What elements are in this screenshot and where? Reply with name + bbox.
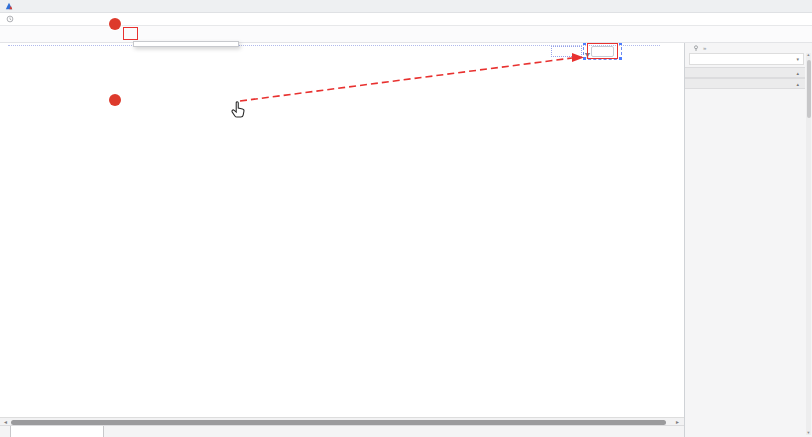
horizontal-scrollbar[interactable]: ◄ ► [0, 417, 684, 425]
chevron-down-icon: ▾ [796, 56, 799, 62]
insert-control-menu [133, 41, 239, 47]
net-income-bar-line-chart [33, 81, 237, 139]
browser-url-bar [0, 13, 812, 26]
app-logo-icon [5, 2, 13, 10]
hand-cursor-icon [230, 101, 247, 119]
designer-toolbar [0, 26, 812, 43]
chevron-up-icon: ▴ [796, 70, 799, 76]
scroll-down-arrow[interactable]: ▼ [806, 431, 811, 435]
scrollbar-thumb[interactable] [11, 420, 666, 425]
revenue-stacked-bar-chart [247, 81, 403, 145]
design-canvas [0, 43, 684, 417]
page-icon [6, 15, 14, 23]
tab-form1[interactable] [10, 426, 104, 437]
panel-header[interactable]: ▾ [689, 53, 804, 65]
panel-scrollbar-thumb[interactable] [807, 60, 811, 118]
base-year-combobox[interactable] [551, 46, 582, 57]
section-style-header[interactable]: ▴ [685, 78, 805, 89]
collapse-panel-icon[interactable]: » [703, 45, 706, 51]
section-base-header[interactable]: ▴ [685, 67, 805, 78]
annotation-toolbar-box [123, 27, 138, 40]
form-tab-bar [0, 425, 684, 437]
annotation-step-2 [109, 94, 121, 106]
panel-scrollbar[interactable]: ▲ ▼ [806, 53, 811, 435]
properties-panel: » ▾ ▴ ▴ ▲ ▼ [684, 43, 812, 437]
annotation-step-1 [109, 18, 121, 30]
title-bar [0, 0, 812, 13]
pin-icon[interactable] [693, 45, 699, 51]
chevron-up-icon: ▴ [796, 81, 799, 87]
scroll-up-arrow[interactable]: ▲ [806, 53, 811, 57]
application-window: ◄ ► » ▾ ▴ ▴ ▲ ▼ [0, 0, 812, 437]
panel-toolbar: » [685, 43, 812, 52]
annotation-target-box [587, 43, 618, 59]
